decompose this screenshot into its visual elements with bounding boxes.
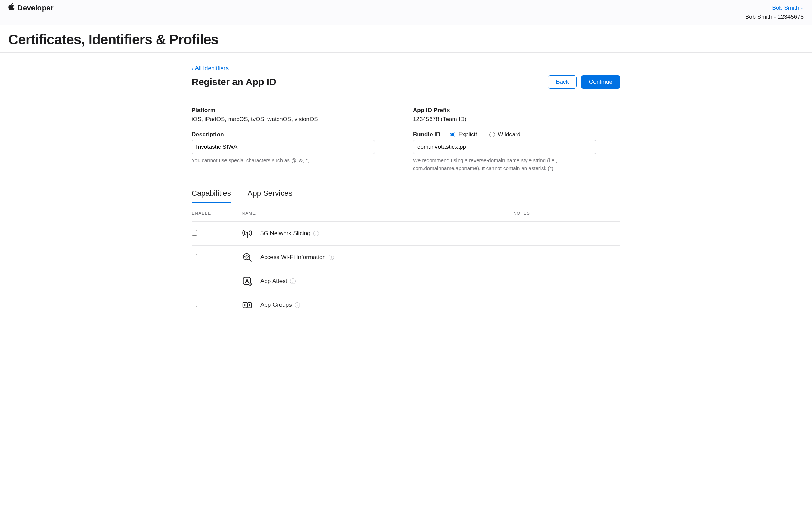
radio-wildcard-input[interactable] [489, 132, 495, 137]
app-attest-icon [242, 276, 253, 287]
chevron-left-icon: ‹ [192, 65, 194, 72]
tab-capabilities[interactable]: Capabilities [192, 186, 231, 203]
tab-app-services[interactable]: App Services [248, 186, 293, 203]
radio-explicit[interactable]: Explicit [450, 131, 477, 138]
svg-point-4 [246, 258, 247, 259]
prefix-label: App ID Prefix [413, 107, 620, 114]
bundle-label: Bundle ID [413, 131, 440, 138]
page-title: Certificates, Identifiers & Profiles [8, 32, 804, 47]
radio-wildcard-label: Wildcard [498, 131, 520, 138]
description-help: You cannot use special characters such a… [192, 157, 375, 165]
table-row: App Groupsi [192, 293, 620, 317]
platform-label: Platform [192, 107, 399, 114]
description-field: Description You cannot use special chara… [192, 131, 399, 172]
radio-explicit-input[interactable] [450, 132, 455, 137]
back-link-label: All Identifiers [195, 65, 229, 72]
account-name-label: Bob Smith [772, 3, 799, 12]
radio-explicit-label: Explicit [458, 131, 477, 138]
section-header: Register an App ID Back Continue [192, 75, 620, 97]
prefix-value: 12345678 (Team ID) [413, 116, 620, 123]
capability-label: App Attest [260, 278, 287, 285]
enable-checkbox[interactable] [192, 278, 197, 283]
tabs-row: Capabilities App Services [192, 186, 620, 203]
description-label: Description [192, 131, 399, 138]
bundle-help: We recommend using a reverse-domain name… [413, 157, 596, 172]
info-icon[interactable]: i [329, 255, 334, 260]
antenna-icon [242, 228, 253, 239]
col-notes: NOTES [513, 203, 620, 222]
col-name: NAME [242, 203, 513, 222]
info-icon[interactable]: i [313, 231, 319, 236]
bundle-field: Bundle ID Explicit Wildcard We recommend… [413, 131, 620, 172]
info-icon[interactable]: i [290, 278, 296, 284]
brand[interactable]: Developer [8, 3, 53, 12]
table-row: App Attesti [192, 269, 620, 293]
capability-label: 5G Network Slicing [260, 230, 311, 237]
radio-wildcard[interactable]: Wildcard [489, 131, 520, 138]
prefix-field: App ID Prefix 12345678 (Team ID) [413, 107, 620, 123]
back-button[interactable]: Back [548, 75, 577, 89]
capability-label: Access Wi-Fi Information [260, 254, 326, 261]
account-team-label: Bob Smith - 12345678 [745, 12, 804, 21]
chevron-down-icon: ⌄ [801, 5, 804, 11]
info-icon[interactable]: i [295, 302, 300, 308]
col-enable: ENABLE [192, 203, 242, 222]
wifi-search-icon [242, 252, 253, 263]
enable-checkbox[interactable] [192, 302, 197, 307]
top-bar: Developer Bob Smith ⌄ Bob Smith - 123456… [0, 0, 812, 25]
continue-button[interactable]: Continue [581, 75, 620, 89]
apple-logo-icon [8, 3, 15, 12]
capability-label: App Groups [260, 302, 292, 309]
platform-field: Platform iOS, iPadOS, macOS, tvOS, watch… [192, 107, 399, 123]
table-row: Access Wi-Fi Informationi [192, 246, 620, 269]
page-title-bar: Certificates, Identifiers & Profiles [0, 25, 812, 53]
app-groups-icon [242, 300, 253, 311]
section-title: Register an App ID [192, 76, 276, 88]
enable-checkbox[interactable] [192, 254, 197, 259]
back-to-identifiers-link[interactable]: ‹ All Identifiers [192, 65, 229, 72]
enable-checkbox[interactable] [192, 230, 197, 236]
capabilities-table: ENABLE NAME NOTES 5G Network SlicingiAcc… [192, 203, 620, 317]
platform-value: iOS, iPadOS, macOS, tvOS, watchOS, visio… [192, 116, 399, 123]
bundle-input[interactable] [413, 140, 596, 154]
description-input[interactable] [192, 140, 375, 154]
account-dropdown[interactable]: Bob Smith ⌄ [772, 3, 804, 12]
brand-label: Developer [17, 3, 53, 12]
svg-line-3 [249, 259, 252, 262]
account-area: Bob Smith ⌄ Bob Smith - 12345678 [745, 3, 804, 21]
svg-point-8 [250, 283, 250, 284]
table-row: 5G Network Slicingi [192, 222, 620, 246]
